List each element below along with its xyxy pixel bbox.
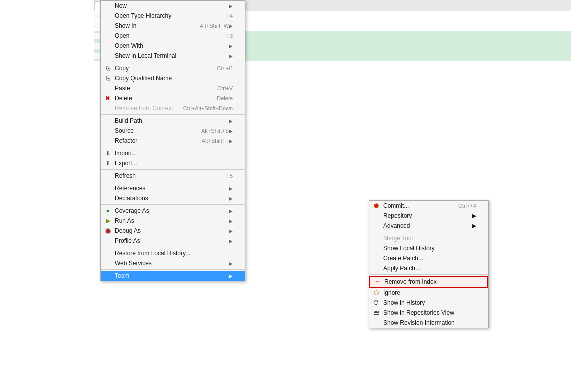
arrow-icon: ▶ <box>229 118 233 124</box>
submenu-item[interactable]: ⬢Commit...Ctrl++# <box>369 201 488 211</box>
menu-item[interactable]: ✖DeleteDelete <box>101 93 245 103</box>
arrow-icon: ▶ <box>229 138 233 144</box>
submenu-item[interactable]: Advanced▶ <box>369 221 488 231</box>
menu-item[interactable]: References▶ <box>101 183 245 193</box>
menu-item[interactable]: Open With▶ <box>101 41 245 51</box>
menu-label: Show in Local Terminal <box>115 52 176 59</box>
menu-item[interactable]: ⎘CopyCtrl+C <box>101 63 245 73</box>
shortcut: F5 <box>226 173 233 179</box>
menu-item[interactable]: Declarations▶ <box>101 193 245 203</box>
context-menu: New▶Open Type HierarchyF4Show InAlt+Shif… <box>100 0 245 281</box>
menu-item[interactable]: Team▶ <box>101 271 245 281</box>
submenu-separator <box>369 232 488 232</box>
arrow-icon: ▶ <box>229 53 233 59</box>
submenu-label: Show in Repositories View <box>383 309 454 316</box>
menu-item[interactable]: ⬇Import... <box>101 148 245 158</box>
submenu-item[interactable]: Repository▶ <box>369 211 488 221</box>
menu-item[interactable]: Show InAlt+Shift+W▶ <box>101 21 245 31</box>
submenu-label: Show Local History <box>383 245 435 252</box>
export-icon: ⬆ <box>104 160 112 167</box>
submenu-item[interactable]: Create Patch... <box>369 253 488 263</box>
menu-separator <box>101 147 245 147</box>
menu-label: Refresh <box>115 172 136 179</box>
menu-label: Remove from Context <box>115 105 173 112</box>
shortcut: Ctrl+C <box>217 65 233 71</box>
menu-item[interactable]: New▶ <box>101 1 245 11</box>
submenu-item[interactable]: ⬡Ignore <box>369 288 488 298</box>
delete-icon: ✖ <box>104 95 112 102</box>
menu-item[interactable]: ⎘Copy Qualified Name <box>101 73 245 83</box>
shortcut: Ctrl+V <box>217 85 233 91</box>
submenu-label: Repository <box>383 212 412 219</box>
menu-label: Debug As <box>115 227 141 234</box>
shortcut: Ctrl+Alt+Shift+Down <box>183 105 233 111</box>
submenu-label: Merge Tool <box>383 235 413 242</box>
arrow-icon: ▶ <box>229 208 233 214</box>
submenu-item[interactable]: Apply Patch... <box>369 263 488 273</box>
menu-label: Profile As <box>115 237 140 244</box>
submenu-label: Show Revision Information <box>383 319 455 326</box>
menu-item[interactable]: SourceAlt+Shift+S▶ <box>101 126 245 136</box>
menu-item[interactable]: RefactorAlt+Shift+T▶ <box>101 136 245 146</box>
submenu-label: Apply Patch... <box>383 265 420 272</box>
submenu-separator <box>369 274 488 275</box>
menu-item[interactable]: ▶Run As▶ <box>101 216 245 226</box>
debug-icon: 🐞 <box>104 227 112 234</box>
menu-label: Show In <box>115 22 136 29</box>
menu-item[interactable]: Build Path▶ <box>101 116 245 126</box>
git-icon: ⬢ <box>372 202 380 209</box>
menu-separator <box>101 62 245 62</box>
menu-item[interactable]: OpenF3 <box>101 31 245 41</box>
menu-item[interactable]: 🐞Debug As▶ <box>101 226 245 236</box>
menu-item[interactable]: Restore from Local History... <box>101 248 245 258</box>
menu-item[interactable]: Profile As▶ <box>101 236 245 246</box>
menu-label: Delete <box>115 95 132 102</box>
menu-item[interactable]: Web Services▶ <box>101 258 245 268</box>
editor-area: GitStudy.java ✕ 1 package com.git.study;… <box>0 0 571 392</box>
shortcut: Alt+Shift+W <box>200 23 229 29</box>
copy-icon: ⎘ <box>104 65 112 72</box>
menu-item[interactable]: RefreshF5 <box>101 171 245 181</box>
history-icon: ⏱ <box>372 299 380 306</box>
submenu-label: Create Patch... <box>383 255 423 262</box>
submenu-item[interactable]: 🗃Show in Repositories View <box>369 308 488 318</box>
menu-label: Build Path <box>115 117 142 124</box>
minus-red-icon: − <box>373 278 381 286</box>
menu-label: Open <box>115 32 129 39</box>
menu-item[interactable]: Show in Local Terminal▶ <box>101 51 245 61</box>
menu-separator <box>101 169 245 170</box>
arrow-icon: ▶ <box>472 222 476 229</box>
menu-label: Copy Qualified Name <box>115 75 172 82</box>
submenu-item[interactable]: Merge Tool <box>369 233 488 243</box>
git-ignore-icon: ⬡ <box>372 289 380 296</box>
menu-label: Source <box>115 127 134 134</box>
menu-label: Declarations <box>115 195 148 202</box>
menu-separator <box>101 204 245 205</box>
submenu-item[interactable]: ⏱Show in History <box>369 298 488 308</box>
menu-label: Restore from Local History... <box>115 250 190 257</box>
menu-label: Team <box>115 272 129 279</box>
submenu-label: Ignore <box>383 289 400 296</box>
menu-item[interactable]: PasteCtrl+V <box>101 83 245 93</box>
arrow-icon: ▶ <box>229 261 233 266</box>
submenu-item[interactable]: Show Revision Information <box>369 318 488 328</box>
arrow-icon: ▶ <box>229 23 233 29</box>
context-submenu: ⬢Commit...Ctrl++#Repository▶Advanced▶Mer… <box>369 200 489 328</box>
submenu-item[interactable]: Show Local History <box>369 243 488 253</box>
menu-separator <box>101 182 245 182</box>
menu-item[interactable]: Open Type HierarchyF4 <box>101 11 245 21</box>
menu-item[interactable]: Remove from ContextCtrl+Alt+Shift+Down <box>101 103 245 113</box>
coverage-icon: ● <box>104 207 112 214</box>
arrow-icon: ▶ <box>229 196 233 201</box>
submenu-item[interactable]: −Remove from Index <box>369 276 488 288</box>
submenu-label: Commit... <box>383 202 409 209</box>
shortcut: Ctrl++# <box>458 203 476 209</box>
run-icon: ▶ <box>104 217 112 224</box>
menu-label: Copy <box>115 65 129 72</box>
menu-item[interactable]: ⬆Export... <box>101 158 245 168</box>
arrow-icon: ▶ <box>229 238 233 244</box>
menu-item[interactable]: ●Coverage As▶ <box>101 206 245 216</box>
menu-label: Export... <box>115 160 137 167</box>
arrow-icon: ▶ <box>229 273 233 279</box>
submenu-label: Remove from Index <box>384 278 437 285</box>
